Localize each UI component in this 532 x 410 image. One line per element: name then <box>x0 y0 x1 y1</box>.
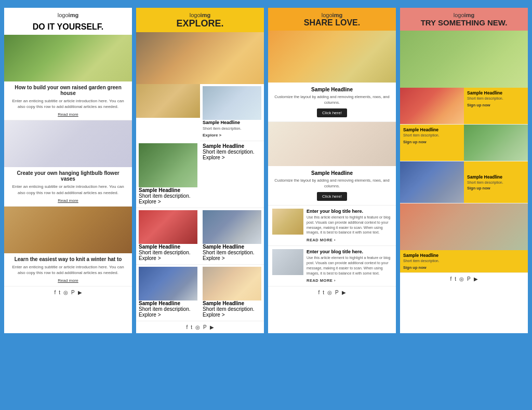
col2-instagram-icon[interactable]: ◎ <box>195 324 200 330</box>
col2-lake-link[interactable]: Explore > <box>139 312 161 318</box>
col2-temple-desc: Short item description. <box>139 250 197 255</box>
col1-article-1-body: Enter an enticing subtitle or article in… <box>9 98 127 110</box>
email-col-3: logoimg SHARE LOVE. Sample Headline Cust… <box>268 8 396 333</box>
col1-header: logoimg <box>4 8 132 20</box>
col1-article-3-title: Learn the easiest way to knit a winter h… <box>9 256 127 262</box>
col1-article-1-link[interactable]: Read more <box>58 112 78 117</box>
col3-article-1-body: Customize the layout by adding and remov… <box>274 94 390 105</box>
col4-youtube-icon[interactable]: ▶ <box>474 276 478 282</box>
col3-blog-2-body: Use this article element to highlight a … <box>307 255 392 276</box>
col2-extra-link[interactable]: Explore > <box>203 312 225 318</box>
pinterest-icon[interactable]: P <box>71 290 75 295</box>
col4-row-3: Sample Headline Short item description. … <box>400 161 528 203</box>
col2-tajmahal-item: Sample Headline Short item description. … <box>200 84 264 141</box>
instagram-icon[interactable]: ◎ <box>63 290 68 295</box>
col3-blog-2-link[interactable]: READ MORE › <box>307 278 336 283</box>
col1-article-3-link[interactable]: Read more <box>58 278 78 283</box>
col4-item-1: Sample Headline Short item description. … <box>464 88 528 124</box>
col3-article-2-title: Sample Headline <box>274 170 390 176</box>
col3-btn-1[interactable]: Click here! <box>317 108 347 117</box>
col3-baby-img <box>268 122 396 166</box>
col2-facebook-icon[interactable]: f <box>186 324 188 330</box>
col4-instagram-icon[interactable]: ◎ <box>459 276 464 282</box>
col1-lightbulb-img <box>4 120 132 167</box>
col3-blog-1-img <box>272 209 303 235</box>
col2-machu-title: Sample Headline <box>139 187 197 193</box>
col4-pinterest-icon[interactable]: P <box>467 276 471 282</box>
page-wrapper: logoimg DO IT YOURSELF. How to build you… <box>4 8 528 333</box>
col2-item-2-link[interactable]: Explore > <box>203 133 221 138</box>
col3-hero-img <box>268 31 396 83</box>
col2-twitter-icon[interactable]: t <box>191 324 192 330</box>
col2-pyramids-link[interactable]: Explore > <box>203 155 225 160</box>
col2-mountain-img <box>203 210 261 244</box>
col3-header: logoimg SHARE LOVE. <box>268 8 396 31</box>
col4-item-2-link[interactable]: Sign up now <box>403 140 427 144</box>
col1-hero-img <box>4 35 132 81</box>
col3-facebook-icon[interactable]: f <box>318 290 320 295</box>
col2-machu-link[interactable]: Explore > <box>139 199 161 204</box>
col3-article-2-body: Customize the layout by adding and remov… <box>274 178 390 189</box>
col2-pyramids-desc: Short item description. <box>203 149 261 155</box>
col4-hero-img <box>400 31 528 88</box>
col1-title: DO IT YOURSELF. <box>4 20 132 35</box>
col3-blog-1-link[interactable]: READ MORE › <box>307 238 336 242</box>
col3-instagram-icon[interactable]: ◎ <box>327 290 332 295</box>
email-col-1: logoimg DO IT YOURSELF. How to build you… <box>4 8 132 333</box>
col4-header: logoimg TRY SOMETHING NEW. <box>400 8 528 31</box>
col4-logo: logoimg <box>403 12 525 18</box>
col2-temple-link[interactable]: Explore > <box>139 255 161 261</box>
col4-item-4-link[interactable]: Sign up now <box>403 265 427 270</box>
col4-item-1-link[interactable]: Sign up now <box>467 103 490 107</box>
col4-facebook-icon[interactable]: f <box>450 276 451 282</box>
col2-pinterest-icon[interactable]: P <box>203 324 207 330</box>
col3-twitter-icon[interactable]: t <box>323 290 324 295</box>
col2-temple-img <box>139 210 197 244</box>
col2-mountain-title: Sample Headline <box>203 244 261 250</box>
col1-social-bar: f t ◎ P ▶ <box>4 286 132 298</box>
col2-lake-img <box>139 267 197 300</box>
col4-item-1-title: Sample Headline <box>467 90 525 95</box>
col2-youtube-icon[interactable]: ▶ <box>210 324 214 330</box>
col4-title: TRY SOMETHING NEW. <box>403 18 525 28</box>
col2-header: logoimg EXPLORE. <box>136 8 264 32</box>
twitter-icon[interactable]: t <box>59 290 60 295</box>
col2-grid: Sample Headline Short item description. … <box>136 84 264 141</box>
col2-pyramids-text: Sample Headline Short item description. … <box>200 141 264 208</box>
col1-article-2-link[interactable]: Read more <box>58 198 78 203</box>
col2-item-2-desc: Short item description. <box>203 126 261 131</box>
col3-article-1: Sample Headline Customize the layout by … <box>268 83 396 122</box>
col1-article-1: How to build your own raised garden gree… <box>4 81 132 120</box>
col2-pyramids-title: Sample Headline <box>203 143 261 149</box>
col4-twitter-icon[interactable]: t <box>455 276 456 282</box>
col1-yarn-img <box>4 207 132 253</box>
col1-article-2-body: Enter an enticing subtitle or article in… <box>9 184 127 195</box>
col1-article-3: Learn the easiest way to knit a winter h… <box>4 253 132 286</box>
col4-item-3-title: Sample Headline <box>467 174 525 180</box>
col2-title: EXPLORE. <box>139 18 261 29</box>
col2-temple-item: Sample Headline Short item description. … <box>136 208 200 264</box>
col2-tajmahal-img <box>203 86 261 120</box>
col2-lake-desc: Short item description. <box>139 306 197 312</box>
youtube-icon[interactable]: ▶ <box>78 290 82 295</box>
col3-youtube-icon[interactable]: ▶ <box>342 290 346 295</box>
col2-mountain-item: Sample Headline Short item description. … <box>200 208 264 264</box>
col3-blog-item-1: Enter your blog title here. Use this art… <box>268 206 396 246</box>
col3-blog-2-title: Enter your blog title here. <box>307 249 392 254</box>
col2-temple-row: Sample Headline Short item description. … <box>136 208 264 265</box>
col3-pinterest-icon[interactable]: P <box>335 290 339 295</box>
col2-machu-item: Sample Headline Short item description. … <box>136 141 200 208</box>
col2-lake-item: Sample Headline Short item description. … <box>136 265 200 321</box>
col1-article-3-body: Enter an enticing subtitle or article in… <box>9 264 127 276</box>
col4-item-1-desc: Short item description. <box>467 97 525 100</box>
col1-article-2: Create your own hanging lightbulb flower… <box>4 167 132 206</box>
col3-article-2: Sample Headline Customize the layout by … <box>268 166 396 206</box>
col4-item-3-link[interactable]: Sign up now <box>467 186 525 190</box>
col2-logo: logoimg <box>139 12 261 18</box>
col3-btn-2[interactable]: Click here! <box>317 192 347 201</box>
facebook-icon[interactable]: f <box>54 290 56 295</box>
col3-social-bar: f t ◎ P ▶ <box>268 286 396 298</box>
col3-article-1-title: Sample Headline <box>274 87 390 92</box>
col4-row-2: Sample Headline Short item description. … <box>400 125 528 161</box>
col2-mountain-link[interactable]: Explore > <box>203 255 225 261</box>
